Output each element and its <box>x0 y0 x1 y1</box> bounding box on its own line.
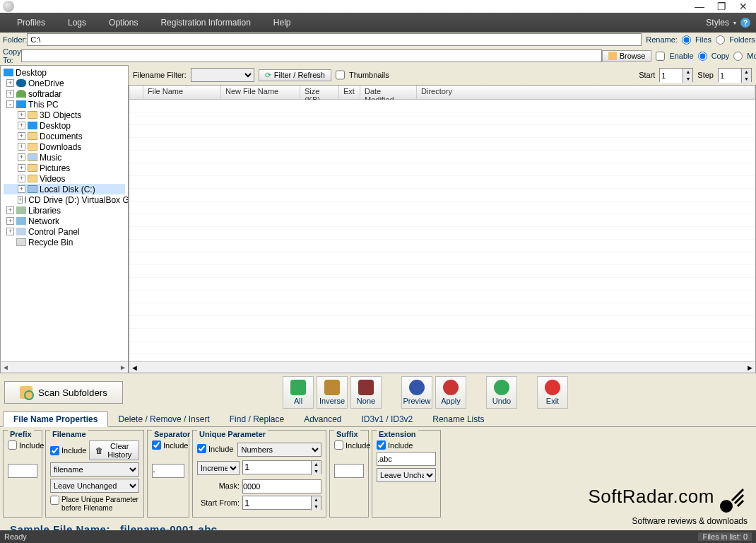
startfrom-spinner[interactable]: ▲▼ <box>242 496 321 510</box>
expand-icon[interactable]: + <box>18 196 23 204</box>
step-spinner[interactable]: ▲▼ <box>718 68 752 82</box>
select-none-button[interactable]: None <box>350 376 382 409</box>
increment-spinner[interactable]: ▲▼ <box>242 460 321 474</box>
col-newfilename[interactable]: New File Name <box>221 86 300 99</box>
menu-logs[interactable]: Logs <box>57 18 98 28</box>
tab-rename-lists[interactable]: Rename Lists <box>423 412 494 426</box>
close-button[interactable]: ✕ <box>739 1 748 12</box>
expand-icon[interactable]: + <box>18 175 25 182</box>
tab-delete[interactable]: Delete / Remove / Insert <box>108 412 219 426</box>
apply-button[interactable]: Apply <box>435 376 466 409</box>
separator-input[interactable] <box>152 464 184 478</box>
tree-music[interactable]: Music <box>40 153 61 163</box>
expand-icon[interactable]: + <box>6 228 14 235</box>
menu-help[interactable]: Help <box>262 18 302 28</box>
col-size[interactable]: Size (KB) <box>300 86 339 99</box>
tree-docs[interactable]: Documents <box>40 132 83 141</box>
col-modified[interactable]: Date Modified <box>360 86 417 99</box>
filename-select[interactable]: filename <box>50 462 139 477</box>
tab-id3[interactable]: ID3v1 / ID3v2 <box>352 412 423 426</box>
suffix-input[interactable] <box>334 464 364 478</box>
maximize-button[interactable]: ❐ <box>717 1 726 12</box>
menu-styles[interactable]: Styles <box>706 18 729 28</box>
sep-include-check[interactable] <box>152 440 161 450</box>
menu-registration[interactable]: Registration Information <box>149 18 261 28</box>
tree-downloads[interactable]: Downloads <box>40 142 81 152</box>
menu-options[interactable]: Options <box>98 18 149 28</box>
tree-controlpanel[interactable]: Control Panel <box>28 227 80 237</box>
tree-desktop[interactable]: Desktop <box>16 68 47 78</box>
ext-include-check[interactable] <box>377 440 386 450</box>
tree-softradar[interactable]: softradar <box>28 89 61 99</box>
tree-recyclebin[interactable]: Recycle Bin <box>28 238 73 247</box>
tree-videos[interactable]: Videos <box>40 174 65 184</box>
expand-icon[interactable]: + <box>6 206 14 214</box>
expand-icon[interactable]: + <box>18 111 25 119</box>
col-check[interactable] <box>129 86 143 99</box>
table-body[interactable] <box>129 100 755 361</box>
tab-find[interactable]: Find / Replace <box>220 412 294 426</box>
folder-tree[interactable]: Desktop +OneDrive +softradar -This PC +3… <box>0 65 129 373</box>
radio-files[interactable] <box>682 35 691 45</box>
tree-network[interactable]: Network <box>28 216 59 226</box>
uniq-include-check[interactable] <box>197 444 206 453</box>
select-inverse-button[interactable]: Inverse <box>317 376 348 409</box>
expand-icon[interactable]: + <box>18 153 25 161</box>
exit-button[interactable]: Exit <box>537 376 568 409</box>
place-unique-check[interactable] <box>50 496 59 505</box>
tree-localdisk[interactable]: Local Disk (C:) <box>40 185 95 194</box>
minimize-button[interactable]: — <box>695 1 704 12</box>
copyto-input[interactable] <box>21 49 602 62</box>
enable-check[interactable] <box>656 52 665 61</box>
tree-3dobjects[interactable]: 3D Objects <box>40 110 81 120</box>
prefix-include-check[interactable] <box>8 440 17 450</box>
expand-icon[interactable]: + <box>18 132 25 140</box>
expand-icon[interactable]: + <box>18 185 25 193</box>
tree-thispc[interactable]: This PC <box>28 100 59 110</box>
col-filename[interactable]: File Name <box>143 86 221 99</box>
table-scrollbar[interactable]: ◄► <box>129 361 755 373</box>
start-spinner[interactable]: ▲▼ <box>659 68 693 82</box>
undo-button[interactable]: Undo <box>486 376 517 409</box>
thumbnails-check[interactable] <box>336 68 345 82</box>
filename-include-check[interactable] <box>50 446 59 455</box>
filter-refresh-button[interactable]: ⟳Filter / Refresh <box>259 69 331 81</box>
tab-advanced[interactable]: Advanced <box>294 412 351 426</box>
preview-button[interactable]: Preview <box>401 376 432 409</box>
scan-subfolders-button[interactable]: Scan Subfolders <box>4 381 123 404</box>
expand-icon[interactable]: + <box>6 90 14 98</box>
radio-move[interactable] <box>733 52 743 61</box>
tree-scrollbar[interactable]: ◄► <box>1 361 128 373</box>
uniq-type-select[interactable]: Numbers <box>237 443 321 457</box>
folder-input[interactable] <box>27 33 642 46</box>
expand-icon[interactable]: + <box>6 217 14 225</box>
extension-input[interactable] <box>377 452 436 466</box>
prefix-input[interactable] <box>8 464 37 478</box>
tab-file-name-properties[interactable]: File Name Properties <box>3 411 108 427</box>
clear-history-button[interactable]: 🗑Clear History <box>89 440 139 460</box>
filename-case-select[interactable]: Leave Unchanged <box>50 479 139 493</box>
tree-onedrive[interactable]: OneDrive <box>28 78 64 88</box>
radio-copy[interactable] <box>698 52 707 61</box>
collapse-icon[interactable]: - <box>6 100 14 108</box>
tree-cddrive[interactable]: CD Drive (D:) VirtualBox Gue <box>28 195 129 205</box>
tree-libraries[interactable]: Libraries <box>28 206 61 216</box>
expand-icon[interactable]: + <box>6 79 14 87</box>
radio-folders[interactable] <box>716 35 725 45</box>
browse-button[interactable]: Browse <box>602 50 652 62</box>
expand-icon[interactable]: + <box>18 164 25 172</box>
expand-icon[interactable]: + <box>18 143 25 151</box>
suffix-include-check[interactable] <box>334 440 343 450</box>
uniq-increment-select[interactable]: Increment <box>197 461 240 475</box>
col-ext[interactable]: Ext <box>339 86 360 99</box>
menu-profiles[interactable]: Profiles <box>6 18 57 28</box>
col-directory[interactable]: Directory <box>417 86 755 99</box>
expand-icon[interactable]: + <box>18 122 25 129</box>
tree-pictures[interactable]: Pictures <box>40 163 70 173</box>
mask-input[interactable] <box>242 479 321 494</box>
tree-ndesktop[interactable]: Desktop <box>40 121 71 131</box>
extension-case-select[interactable]: Leave Unchanged <box>377 468 436 482</box>
help-icon[interactable]: ? <box>740 18 750 28</box>
select-all-button[interactable]: All <box>283 376 314 409</box>
filter-select[interactable] <box>191 68 254 82</box>
